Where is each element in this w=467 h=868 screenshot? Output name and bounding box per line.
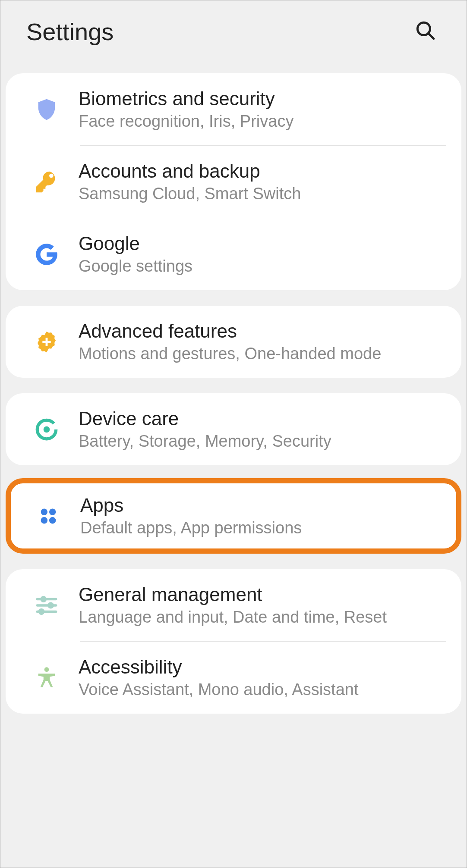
settings-group: General management Language and input, D… bbox=[6, 569, 461, 714]
gear-plus-icon bbox=[21, 329, 73, 354]
item-title: Accessibility bbox=[79, 656, 448, 678]
key-icon bbox=[21, 169, 73, 194]
item-subtitle: Voice Assistant, Mono audio, Assistant bbox=[79, 680, 448, 699]
settings-item-device-care[interactable]: Device care Battery, Storage, Memory, Se… bbox=[6, 393, 461, 465]
item-title: General management bbox=[79, 584, 448, 605]
item-subtitle: Face recognition, Iris, Privacy bbox=[79, 112, 448, 131]
item-subtitle: Motions and gestures, One-handed mode bbox=[79, 345, 448, 363]
settings-group: Advanced features Motions and gestures, … bbox=[6, 306, 461, 378]
svg-point-4 bbox=[41, 508, 47, 515]
settings-item-accounts[interactable]: Accounts and backup Samsung Cloud, Smart… bbox=[6, 146, 461, 218]
svg-point-14 bbox=[44, 667, 49, 672]
item-title: Apps bbox=[80, 495, 446, 516]
item-title: Google bbox=[79, 233, 448, 254]
settings-item-apps[interactable]: Apps Default apps, App permissions bbox=[11, 483, 456, 548]
apps-icon bbox=[22, 504, 74, 529]
search-icon bbox=[415, 20, 436, 41]
item-subtitle: Samsung Cloud, Smart Switch bbox=[79, 185, 448, 203]
person-icon bbox=[21, 665, 73, 690]
svg-point-13 bbox=[39, 609, 44, 614]
settings-group: Device care Battery, Storage, Memory, Se… bbox=[6, 393, 461, 465]
settings-header: Settings bbox=[0, 0, 467, 73]
svg-point-9 bbox=[41, 597, 46, 601]
item-title: Biometrics and security bbox=[79, 88, 448, 110]
item-title: Device care bbox=[79, 408, 448, 429]
settings-item-biometrics[interactable]: Biometrics and security Face recognition… bbox=[6, 73, 461, 145]
item-subtitle: Default apps, App permissions bbox=[80, 519, 446, 537]
settings-group: Biometrics and security Face recognition… bbox=[6, 73, 461, 290]
svg-point-3 bbox=[44, 426, 50, 432]
svg-line-1 bbox=[428, 33, 434, 39]
settings-item-google[interactable]: Google Google settings bbox=[6, 218, 461, 290]
search-button[interactable] bbox=[410, 16, 441, 47]
settings-item-accessibility[interactable]: Accessibility Voice Assistant, Mono audi… bbox=[6, 642, 461, 714]
item-subtitle: Battery, Storage, Memory, Security bbox=[79, 432, 448, 451]
sliders-icon bbox=[21, 593, 73, 618]
item-subtitle: Google settings bbox=[79, 257, 448, 276]
shield-icon bbox=[21, 97, 73, 122]
google-icon bbox=[21, 242, 73, 267]
svg-point-7 bbox=[49, 517, 56, 523]
settings-group-highlighted: Apps Default apps, App permissions bbox=[6, 478, 461, 554]
item-title: Advanced features bbox=[79, 320, 448, 342]
device-care-icon bbox=[21, 417, 73, 442]
item-title: Accounts and backup bbox=[79, 160, 448, 182]
settings-item-general-management[interactable]: General management Language and input, D… bbox=[6, 569, 461, 641]
page-title: Settings bbox=[26, 18, 114, 46]
item-subtitle: Language and input, Date and time, Reset bbox=[79, 608, 448, 627]
svg-point-5 bbox=[49, 508, 56, 515]
svg-point-11 bbox=[49, 603, 53, 608]
settings-item-advanced-features[interactable]: Advanced features Motions and gestures, … bbox=[6, 306, 461, 378]
svg-point-6 bbox=[41, 517, 47, 523]
